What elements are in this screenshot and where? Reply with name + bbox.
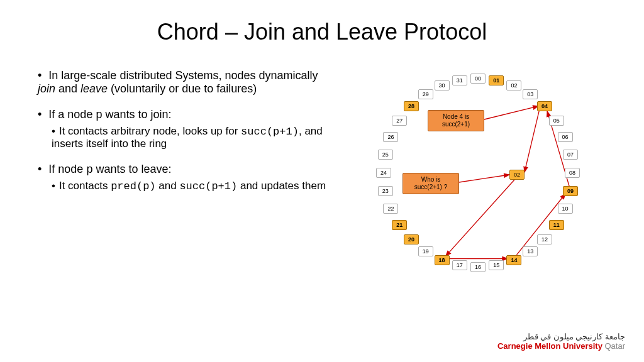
bullet-3: If node p wants to leave: It contacts pr… <box>38 163 327 192</box>
ring-node-19: 19 <box>418 246 433 256</box>
ring-node-09: 09 <box>563 186 578 196</box>
ring-node-21: 21 <box>392 220 407 230</box>
footer-arabic: جامعة كارنيجي ميلون في قطر <box>497 332 625 341</box>
ring-node-27: 27 <box>392 116 407 126</box>
ring-node-07: 07 <box>563 150 578 160</box>
ring-node-30: 30 <box>435 80 450 90</box>
ring-node-23: 23 <box>378 186 393 196</box>
footer-logo: جامعة كارنيجي ميلون في قطر Carnegie Mell… <box>497 332 625 351</box>
ring-node-02: 02 <box>506 80 521 90</box>
arrows-svg <box>352 66 604 292</box>
ring-node-05: 05 <box>549 116 564 126</box>
ring-node-13: 13 <box>523 246 538 256</box>
ring-node-11: 11 <box>549 220 564 230</box>
ring-node-31: 31 <box>452 75 467 85</box>
ring-node-17: 17 <box>452 260 467 270</box>
ring-node-15: 15 <box>489 260 504 270</box>
ring-node-29: 29 <box>418 89 433 99</box>
ring-node-26: 26 <box>383 132 398 142</box>
callout-whois: Who is succ(2+1) ? <box>402 173 459 194</box>
footer-english: Carnegie Mellon University Qatar <box>497 341 625 351</box>
ring-node-01: 01 <box>489 75 504 85</box>
ring-node-25: 25 <box>378 150 393 160</box>
ring-node-18: 18 <box>435 255 450 265</box>
ring-node-14: 14 <box>506 255 521 265</box>
joining-node-02: 02 <box>509 170 525 180</box>
bullet-1: In large-scale distributed Systems, node… <box>38 69 327 96</box>
svg-line-5 <box>484 106 538 119</box>
bullet-3a: It contacts pred(p) and succ(p+1) and up… <box>52 180 327 192</box>
ring-node-22: 22 <box>383 204 398 214</box>
ring-node-08: 08 <box>565 168 580 178</box>
chord-ring-diagram: Node 4 is succ(2+1) Who is succ(2+1) ? 0… <box>352 66 604 292</box>
body-text: In large-scale distributed Systems, node… <box>38 69 327 205</box>
ring-node-20: 20 <box>404 234 419 244</box>
ring-node-10: 10 <box>558 204 573 214</box>
svg-line-4 <box>525 109 540 172</box>
callout-node4: Node 4 is succ(2+1) <box>428 110 484 131</box>
ring-node-28: 28 <box>404 101 419 111</box>
svg-line-6 <box>459 175 509 182</box>
bullet-2: If a node p wants to join: It contacts a… <box>38 108 327 150</box>
ring-node-24: 24 <box>376 168 391 178</box>
ring-node-04: 04 <box>537 101 552 111</box>
bullet-2a: It contacts arbitrary node, looks up for… <box>52 125 327 150</box>
ring-node-06: 06 <box>558 132 573 142</box>
ring-node-16: 16 <box>470 262 486 272</box>
ring-node-12: 12 <box>537 234 552 244</box>
slide-title: Chord – Join and Leave Protocol <box>0 19 644 45</box>
ring-node-03: 03 <box>523 89 538 99</box>
ring-node-00: 00 <box>470 74 486 84</box>
